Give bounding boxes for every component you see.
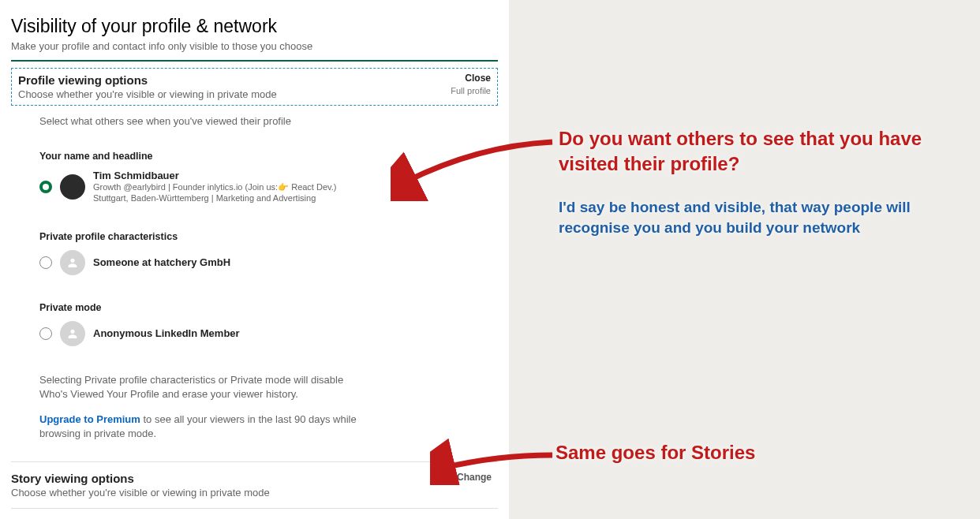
radio-unselected-icon[interactable]	[39, 327, 52, 340]
option-text: Tim Schmidbauer Growth @earlybird | Foun…	[93, 170, 336, 204]
profile-headline-line2: Stuttgart, Baden-Württemberg | Marketing…	[93, 192, 336, 203]
profile-viewing-subtitle: Choose whether you're visible or viewing…	[18, 88, 491, 100]
option-text: Anonymous LinkedIn Member	[93, 327, 240, 339]
private-mode-text: Anonymous LinkedIn Member	[93, 327, 240, 339]
option-heading-private-mode: Private mode	[39, 302, 498, 313]
person-icon	[60, 250, 85, 275]
profile-viewing-title: Profile viewing options	[18, 73, 491, 87]
upgrade-note: Upgrade to Premium to see all your viewe…	[39, 413, 371, 441]
headline-part1: Growth @earlybird | Founder inlytics.io …	[93, 182, 278, 192]
option-private-characteristics[interactable]: Someone at hatchery GmbH	[39, 250, 498, 275]
profile-viewing-section: Profile viewing options Choose whether y…	[11, 68, 498, 106]
headline-part2: React Dev.)	[289, 182, 336, 192]
select-what-others-see: Select what others see when you've viewe…	[39, 115, 498, 127]
page-title: Visibility of your profile & network	[11, 16, 509, 37]
radio-unselected-icon[interactable]	[39, 256, 52, 269]
private-mode-note: Selecting Private profile characteristic…	[39, 373, 371, 401]
option-private-mode[interactable]: Anonymous LinkedIn Member	[39, 321, 498, 346]
close-button[interactable]: Close	[465, 73, 491, 84]
private-characteristics-text: Someone at hatchery GmbH	[93, 256, 230, 268]
annotation-answer: I'd say be honest and visible, that way …	[559, 197, 937, 237]
option-heading-name-headline: Your name and headline	[39, 151, 498, 162]
change-button[interactable]: Change	[457, 472, 492, 483]
option-name-headline[interactable]: Tim Schmidbauer Growth @earlybird | Foun…	[39, 170, 498, 204]
annotation-stories: Same goes for Stories	[555, 442, 755, 464]
divider	[11, 60, 498, 62]
person-icon	[60, 321, 85, 346]
story-viewing-section[interactable]: Story viewing options Choose whether you…	[11, 461, 498, 509]
profile-viewing-content: Select what others see when you've viewe…	[11, 106, 509, 441]
option-text: Someone at hatchery GmbH	[93, 256, 230, 268]
avatar	[60, 174, 85, 200]
full-profile-label: Full profile	[451, 86, 491, 95]
story-viewing-subtitle: Choose whether you're visible or viewing…	[11, 487, 498, 498]
story-viewing-title: Story viewing options	[11, 472, 498, 485]
option-heading-private-characteristics: Private profile characteristics	[39, 231, 498, 242]
profile-name: Tim Schmidbauer	[93, 170, 336, 181]
settings-panel: Visibility of your profile & network Mak…	[0, 0, 509, 519]
pointing-right-icon: 👉	[278, 182, 289, 192]
profile-headline-line1: Growth @earlybird | Founder inlytics.io …	[93, 181, 336, 192]
page-subtitle: Make your profile and contact info only …	[11, 40, 509, 52]
upgrade-to-premium-link[interactable]: Upgrade to Premium	[39, 413, 140, 425]
annotation-question: Do you want others to see that you have …	[559, 126, 937, 177]
radio-selected-icon[interactable]	[39, 181, 52, 193]
